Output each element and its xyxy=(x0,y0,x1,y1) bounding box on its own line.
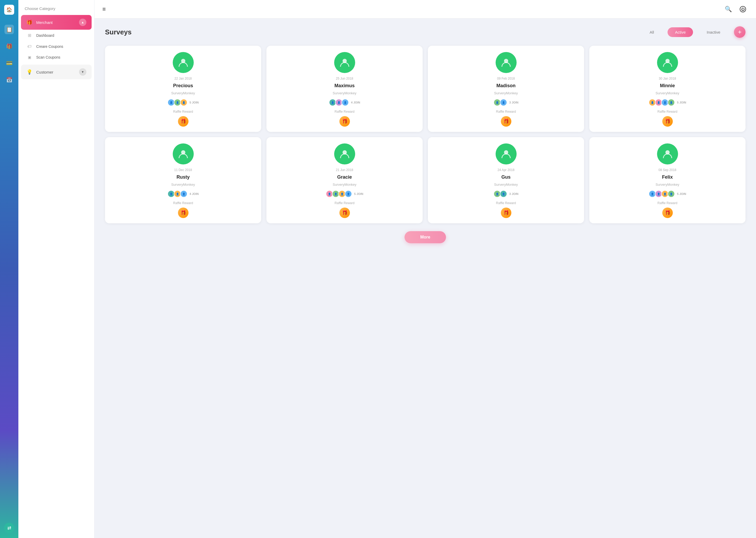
card-name-minnie: Minnie xyxy=(660,83,675,88)
nav-wallet-icon[interactable]: 💳 xyxy=(4,58,14,68)
nav-home-button[interactable]: 🏠 xyxy=(4,5,14,15)
card-avatars-maximus: 👤 👤 👤 4 JOIN xyxy=(329,99,360,106)
sidebar-item-merchant[interactable]: 🎁 Merchant ▲ xyxy=(21,15,92,30)
mini-avatar-2: 👤 xyxy=(500,99,507,106)
card-join-count-precious: 5 JOIN xyxy=(190,101,199,104)
power-button[interactable]: ⏻ xyxy=(737,4,748,15)
mini-avatar-3: 👤 xyxy=(180,99,187,106)
nav-switch-button[interactable]: ⇄ xyxy=(4,523,15,533)
sidebar-sub-scan-coupons[interactable]: ▣ Scan Coupons xyxy=(19,52,94,63)
card-avatars-felix: 👤 👤 👤 👤 5 JOIN xyxy=(649,190,686,197)
card-avatar-minnie xyxy=(657,52,678,73)
main-content: ≡ 🔍 ⏻ Surveys All Active Inactive + xyxy=(95,0,756,538)
card-date-felix: 08 Sep 2018 xyxy=(658,168,676,172)
mini-avatar-2: 👤 xyxy=(500,190,507,197)
card-reward-label-gus: Raffle Reward xyxy=(496,201,516,205)
customer-icon: 💡 xyxy=(26,69,32,75)
card-join-count-rusty: 4 JOIN xyxy=(190,192,199,195)
dashboard-icon: ⊞ xyxy=(26,33,32,38)
card-avatar-madison xyxy=(496,52,517,73)
hamburger-button[interactable]: ≡ xyxy=(102,6,106,13)
card-reward-label-rusty: Raffle Reward xyxy=(173,201,193,205)
card-source-gus: SurveryMonkey xyxy=(494,183,518,187)
card-reward-label-precious: Raffle Reward xyxy=(173,110,193,114)
card-avatar-rusty xyxy=(173,143,194,164)
calendar-icon: 📅 xyxy=(6,77,13,83)
surveys-header: Surveys All Active Inactive + xyxy=(105,26,745,38)
card-date-madison: 09 Feb 2018 xyxy=(497,77,515,81)
survey-card-minnie: 30 Jan 2018 Minnie SurveryMonkey 👤 👤 👤 👤… xyxy=(589,46,745,132)
add-survey-button[interactable]: + xyxy=(734,26,745,38)
nav-gift-icon[interactable]: 🎁 xyxy=(4,41,14,51)
nav-list-icon[interactable]: 📋 xyxy=(4,25,14,34)
survey-card-gus: 24 Apr 2018 Gus SurveryMonkey 👤 👤 3 JOIN… xyxy=(428,137,584,223)
survey-card-precious: 22 Jan 2018 Precious SurveryMonkey 👤 👤 👤… xyxy=(105,46,261,132)
card-source-madison: SurveryMonkey xyxy=(494,91,518,95)
scan-coupons-label: Scan Coupons xyxy=(36,55,60,59)
filter-inactive-button[interactable]: Inactive xyxy=(699,27,728,37)
card-avatars-rusty: 👤 👤 👤 4 JOIN xyxy=(167,190,199,197)
search-button[interactable]: 🔍 xyxy=(723,4,733,15)
card-reward-label-gracie: Raffle Reward xyxy=(335,201,354,205)
content-area: Surveys All Active Inactive + 22 Jan 201… xyxy=(95,19,756,538)
mini-avatar-3: 👤 xyxy=(342,99,349,106)
card-join-count-minnie: 5 JOIN xyxy=(677,101,686,104)
card-avatar-gracie xyxy=(334,143,355,164)
card-reward-label-minnie: Raffle Reward xyxy=(658,110,678,114)
sidebar-sub-creare-coupons[interactable]: 🏷 Creare Coupons xyxy=(19,41,94,52)
sidebar-sub-dashboard[interactable]: ⊞ Dashboard xyxy=(19,30,94,41)
creare-coupons-icon: 🏷 xyxy=(26,44,32,49)
nav-calendar-icon[interactable]: 📅 xyxy=(4,75,14,84)
card-name-gracie: Gracie xyxy=(337,175,352,180)
card-name-madison: Madison xyxy=(496,83,516,88)
gift-icon: 🎁 xyxy=(6,43,13,49)
card-avatars-gracie: 👤 👤 👤 👤 5 JOIN xyxy=(326,190,363,197)
card-avatar-maximus xyxy=(334,52,355,73)
card-reward-icon-maximus: 🎁 xyxy=(339,116,350,127)
card-name-rusty: Rusty xyxy=(176,175,190,180)
sidebar-item-customer[interactable]: 💡 Customer ▼ xyxy=(21,65,92,79)
card-date-gus: 24 Apr 2018 xyxy=(497,168,514,172)
card-reward-label-madison: Raffle Reward xyxy=(496,110,516,114)
wallet-icon: 💳 xyxy=(6,60,13,66)
card-source-felix: SurveryMonkey xyxy=(655,183,679,187)
card-reward-icon-madison: 🎁 xyxy=(501,116,511,127)
card-reward-icon-gus: 🎁 xyxy=(501,207,511,218)
mini-avatar-4: 👤 xyxy=(668,190,675,197)
home-icon: 🏠 xyxy=(6,7,12,13)
card-reward-icon-gracie: 🎁 xyxy=(339,207,350,218)
list-icon: 📋 xyxy=(6,26,13,32)
card-avatars-madison: 👤 👤 3 JOIN xyxy=(494,99,518,106)
sidebar: Choose Category 🎁 Merchant ▲ ⊞ Dashboard… xyxy=(19,0,95,538)
card-date-minnie: 30 Jan 2018 xyxy=(659,77,676,81)
customer-chevron: ▼ xyxy=(79,68,86,76)
card-avatar-gus xyxy=(496,143,517,164)
filter-all-button[interactable]: All xyxy=(642,27,661,37)
more-button[interactable]: More xyxy=(404,231,446,243)
card-avatars-minnie: 👤 👤 👤 👤 5 JOIN xyxy=(649,99,686,106)
survey-card-gracie: 21 Jun 2018 Gracie SurveryMonkey 👤 👤 👤 👤… xyxy=(266,137,423,223)
search-icon: 🔍 xyxy=(725,6,732,13)
creare-coupons-label: Creare Coupons xyxy=(36,44,63,49)
card-reward-label-maximus: Raffle Reward xyxy=(335,110,354,114)
surveys-grid: 22 Jan 2018 Precious SurveryMonkey 👤 👤 👤… xyxy=(105,46,745,223)
merchant-chevron: ▲ xyxy=(79,19,86,26)
nav-bar: 🏠 📋 🎁 💳 📅 ⇄ xyxy=(0,0,19,538)
card-name-felix: Felix xyxy=(662,175,673,180)
survey-card-felix: 08 Sep 2018 Felix SurveryMonkey 👤 👤 👤 👤 … xyxy=(589,137,745,223)
card-date-gracie: 21 Jun 2018 xyxy=(336,168,353,172)
card-join-count-gus: 3 JOIN xyxy=(509,192,518,195)
card-reward-icon-rusty: 🎁 xyxy=(178,207,188,218)
add-icon: + xyxy=(738,28,741,36)
card-source-maximus: SurveryMonkey xyxy=(333,91,356,95)
customer-label: Customer xyxy=(36,70,75,74)
card-name-gus: Gus xyxy=(501,175,510,180)
survey-card-maximus: 25 Jun 2018 Maximus SurveryMonkey 👤 👤 👤 … xyxy=(266,46,423,132)
card-source-rusty: SurveryMonkey xyxy=(171,183,195,187)
survey-card-madison: 09 Feb 2018 Madison SurveryMonkey 👤 👤 3 … xyxy=(428,46,584,132)
nav-bottom: ⇄ xyxy=(4,523,15,533)
card-join-count-gracie: 5 JOIN xyxy=(354,192,363,195)
filter-active-button[interactable]: Active xyxy=(668,27,693,37)
card-date-precious: 22 Jan 2018 xyxy=(174,77,192,81)
merchant-icon: 🎁 xyxy=(26,20,32,25)
